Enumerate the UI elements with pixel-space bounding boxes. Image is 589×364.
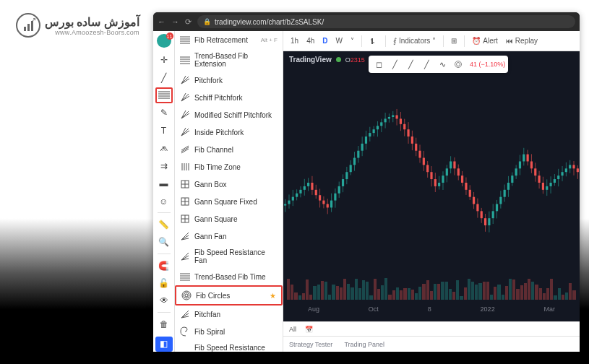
tab-strategy-tester[interactable]: Strategy Tester [289, 341, 332, 348]
tool-item-schiff-pitchfork[interactable]: Schiff Pitchfork [175, 89, 283, 106]
tool-item-fib-circles[interactable]: Fib Circles★ [175, 285, 283, 306]
tool-item-fib-speed-resistance-fan[interactable]: Fib Speed Resistance Fan [175, 245, 283, 268]
spiral-icon [180, 326, 190, 337]
address-bar: ← → ⟳ 🔒 tradingview.com/chart/bZsSALSK/ [153, 12, 580, 31]
svg-rect-182 [519, 161, 521, 168]
svg-rect-172 [499, 197, 502, 204]
tf-w[interactable]: W [332, 35, 345, 46]
back-icon[interactable]: ← [158, 17, 165, 26]
svg-rect-100 [361, 144, 364, 151]
emoji-icon[interactable]: ☺ [155, 194, 173, 209]
chart-canvas[interactable]: Aug Oct 8 2022 Mar [283, 72, 580, 321]
magnet-icon[interactable]: 🧲 [155, 258, 173, 273]
alert-icon: ⏰ [472, 37, 481, 45]
forecast-icon[interactable]: ⇉ [155, 158, 173, 173]
lock-draw-icon[interactable]: 🔓 [155, 275, 173, 290]
tf-d[interactable]: D [319, 35, 330, 46]
fan-icon [180, 231, 190, 241]
tool-item-pitchfan[interactable]: Pitchfan [175, 306, 283, 323]
line2-icon[interactable]: ╱ [403, 57, 418, 72]
tool-item-gann-box[interactable]: Gann Box [175, 176, 283, 193]
templates-icon[interactable]: ⊞ [448, 35, 460, 46]
svg-rect-168 [492, 211, 494, 218]
tf-1h[interactable]: 1h [288, 35, 301, 46]
profile-button[interactable]: 11 [157, 34, 171, 48]
tool-item-fib-speed-resistance-arcs[interactable]: Fib Speed Resistance Arcs [175, 340, 283, 352]
svg-rect-130 [418, 151, 421, 158]
chart-style-icon[interactable] [366, 35, 381, 47]
ruler-icon[interactable]: 📏 [155, 217, 173, 232]
svg-rect-96 [353, 158, 356, 165]
tool-item-gann-square-fixed[interactable]: Gann Square Fixed [175, 193, 283, 210]
svg-rect-60 [284, 204, 286, 206]
chart-header: TradingView O2315 [289, 56, 365, 64]
svg-rect-68 [299, 190, 301, 194]
svg-rect-82 [327, 204, 329, 208]
tool-label: Fib Time Zone [194, 163, 241, 171]
icon-rail: 11 ✛ ╱ ✎ T ⩕ ⇉ ▬ ☺ 📏 🔍 🧲 🔓 👁 🗑 ◧ [153, 31, 175, 352]
tool-item-trend-based-fib-extension[interactable]: Trend-Based Fib Extension [175, 48, 283, 72]
svg-rect-198 [549, 183, 551, 186]
url-field[interactable]: 🔒 tradingview.com/chart/bZsSALSK/ [197, 15, 575, 28]
svg-rect-190 [534, 168, 536, 176]
svg-point-51 [184, 292, 189, 298]
svg-rect-64 [292, 197, 294, 201]
line3-icon[interactable]: ╱ [419, 57, 434, 72]
crop-icon[interactable]: ◻ [371, 57, 386, 72]
tool-label: Inside Pitchfork [194, 129, 244, 136]
tf-dropdown-icon[interactable]: ˅ [348, 35, 357, 46]
replay-button[interactable]: ⏮ Replay [503, 35, 541, 46]
tool-item-fib-channel[interactable]: Fib Channel [175, 141, 283, 158]
tool-item-fib-spiral[interactable]: Fib Spiral [175, 323, 283, 340]
svg-rect-162 [481, 211, 483, 218]
circles-icon[interactable] [451, 57, 465, 72]
tool-item-pitchfork[interactable]: Pitchfork [175, 72, 283, 89]
indicators-button[interactable]: ⨐ Indicators ˅ [390, 35, 439, 46]
bottom-toggle[interactable]: ◧ [155, 337, 173, 352]
x-tick: 2022 [481, 306, 495, 313]
fork-icon [180, 127, 190, 137]
text-icon[interactable]: T [155, 123, 173, 138]
line1-icon[interactable]: ╱ [387, 57, 402, 72]
ohlc-readout: O2315 [345, 56, 365, 64]
svg-rect-90 [342, 179, 344, 186]
svg-rect-164 [484, 218, 486, 225]
svg-rect-92 [345, 172, 348, 179]
tab-trading-panel[interactable]: Trading Panel [344, 341, 384, 348]
brush-icon[interactable]: ✎ [155, 105, 173, 121]
eye-icon[interactable]: 👁 [155, 293, 173, 308]
tool-item-gann-fan[interactable]: Gann Fan [175, 228, 283, 245]
cross-icon[interactable]: ✛ [155, 52, 173, 67]
fib-tool-icon[interactable] [155, 87, 173, 103]
calendar-icon[interactable]: 📅 [305, 326, 313, 333]
tf-4h[interactable]: 4h [304, 35, 317, 46]
pattern-icon[interactable]: ⩕ [155, 141, 173, 156]
tool-item-gann-square[interactable]: Gann Square [175, 210, 283, 228]
tool-item-trend-based-fib-time[interactable]: Trend-Based Fib Time [175, 268, 283, 285]
channel-icon [180, 144, 190, 155]
trash-icon[interactable]: 🗑 [155, 316, 173, 332]
fan-icon [180, 251, 190, 261]
svg-rect-138 [434, 179, 437, 186]
reload-icon[interactable]: ⟳ [185, 17, 192, 27]
star-icon[interactable]: ★ [270, 292, 276, 300]
measure-icon[interactable]: ▬ [155, 176, 173, 191]
alert-button[interactable]: ⏰ Alert [469, 35, 501, 46]
wave-icon[interactable]: ∿ [435, 57, 450, 72]
trend-line-icon[interactable]: ╱ [155, 70, 173, 85]
tool-item-fib-time-zone[interactable]: Fib Time Zone [175, 158, 283, 176]
tool-item-fib-retracement[interactable]: Fib RetracementAlt + F [175, 31, 283, 48]
svg-rect-66 [296, 194, 298, 197]
tool-item-modified-schiff-pitchfork[interactable]: Modified Schiff Pitchfork [175, 106, 283, 124]
change-abs: 41 [470, 61, 477, 68]
zoom-icon[interactable]: 🔍 [155, 235, 173, 250]
range-all[interactable]: All [289, 326, 296, 333]
fork-icon [180, 75, 190, 85]
x-tick: Oct [369, 306, 379, 313]
forward-icon[interactable]: → [171, 17, 179, 26]
fib-icon [180, 272, 190, 282]
svg-rect-110 [380, 122, 382, 126]
svg-point-52 [185, 294, 188, 297]
tool-item-inside-pitchfork[interactable]: Inside Pitchfork [175, 124, 283, 141]
svg-rect-126 [411, 136, 413, 144]
